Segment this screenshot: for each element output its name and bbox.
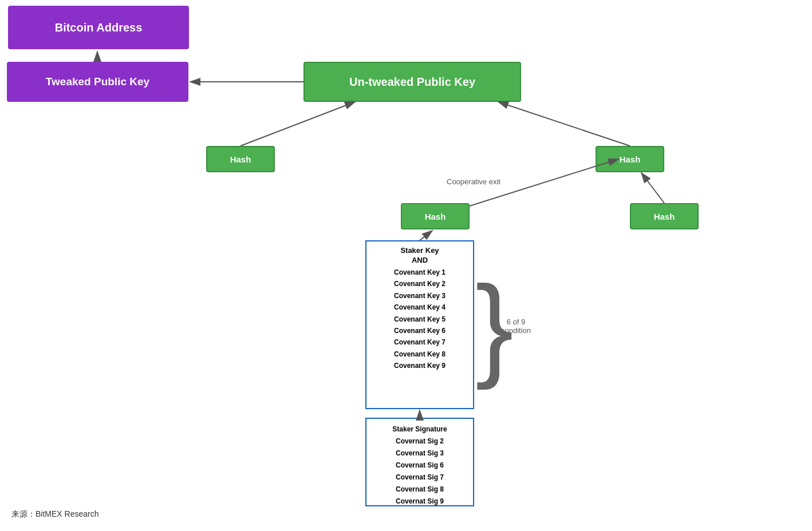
covenant-key-5: Covenant Key 5	[394, 314, 446, 325]
hash-center-box: Hash	[401, 203, 470, 229]
staker-signature: Staker Signature	[392, 423, 447, 435]
covernat-sig-3: Covernat Sig 3	[392, 447, 447, 459]
hash-left-box: Hash	[206, 146, 275, 172]
covenant-key-1: Covenant Key 1	[394, 267, 446, 278]
hash-right-bottom-label: Hash	[654, 212, 675, 221]
condition-label: 6 of 9condition	[501, 318, 531, 335]
covernat-sig-7: Covernat Sig 7	[392, 471, 447, 484]
and-label: AND	[412, 256, 428, 264]
bitcoin-address-label: Bitcoin Address	[55, 21, 143, 34]
diagram-container: Bitcoin Address Tweaked Public Key Un-tw…	[0, 0, 812, 531]
tweaked-public-key-label: Tweaked Public Key	[46, 76, 149, 88]
bitcoin-address-box: Bitcoin Address	[8, 6, 189, 49]
untweaked-public-key-label: Un-tweaked Public Key	[349, 76, 475, 89]
hash-left-label: Hash	[230, 154, 251, 164]
covenant-keys-list: Covenant Key 1 Covenant Key 2 Covenant K…	[394, 267, 446, 372]
tweaked-public-key-box: Tweaked Public Key	[7, 62, 188, 102]
hash-right-top-label: Hash	[620, 154, 641, 164]
cooperative-exit-label: Cooperative exit	[447, 177, 500, 186]
svg-line-7	[420, 231, 432, 240]
covernat-sig-2: Covernat Sig 2	[392, 435, 447, 447]
covenant-key-7: Covenant Key 7	[394, 336, 446, 348]
svg-line-6	[641, 173, 664, 203]
covenant-key-9: Covenant Key 9	[394, 360, 446, 371]
covernat-sig-8: Covernat Sig 8	[392, 484, 447, 496]
covernat-sig-9: Covernat Sig 9	[392, 496, 447, 508]
covernat-sig-6: Covernat Sig 6	[392, 459, 447, 471]
covenant-key-6: Covenant Key 6	[394, 325, 446, 336]
signature-list: Staker Signature Covernat Sig 2 Covernat…	[392, 423, 447, 508]
signature-box: Staker Signature Covernat Sig 2 Covernat…	[365, 418, 474, 506]
untweaked-public-key-box: Un-tweaked Public Key	[303, 62, 521, 102]
source-label: 来源：BitMEX Research	[11, 509, 98, 520]
staker-covenant-box: Staker Key AND Covenant Key 1 Covenant K…	[365, 240, 474, 409]
covenant-key-3: Covenant Key 3	[394, 290, 446, 302]
covenant-key-2: Covenant Key 2	[394, 278, 446, 290]
hash-center-label: Hash	[425, 212, 446, 221]
staker-key-title: Staker Key	[400, 246, 439, 255]
covenant-key-8: Covenant Key 8	[394, 348, 446, 360]
hash-right-bottom-box: Hash	[630, 203, 699, 229]
svg-line-4	[498, 102, 630, 146]
svg-line-3	[241, 102, 355, 146]
hash-right-top-box: Hash	[596, 146, 664, 172]
covenant-key-4: Covenant Key 4	[394, 302, 446, 313]
